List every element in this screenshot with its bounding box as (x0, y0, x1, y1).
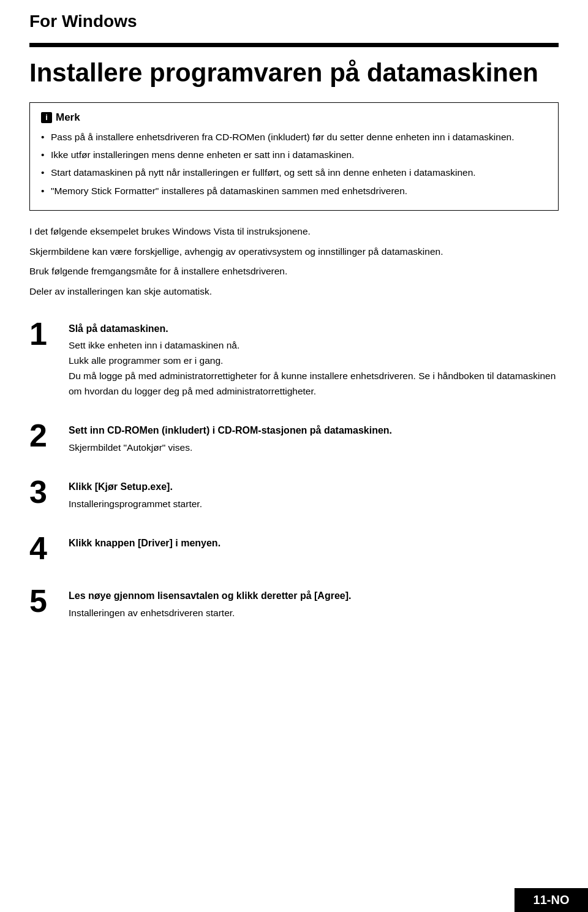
steps-section: 1 Slå på datamaskinen. Sett ikke enheten… (29, 317, 559, 620)
note-item-1: Pass på å installere enhetsdriveren fra … (41, 130, 547, 144)
step-4-number: 4 (29, 531, 69, 564)
step-2-content: Sett inn CD-ROMen (inkludert) i CD-ROM-s… (69, 418, 559, 455)
step-1: 1 Slå på datamaskinen. Sett ikke enheten… (29, 317, 559, 399)
step-5-content: Les nøye gjennom lisensavtalen og klikk … (69, 584, 559, 620)
step-1-content: Slå på datamaskinen. Sett ikke enheten i… (69, 317, 559, 399)
step-5-main-text: Les nøye gjennom lisensavtalen og klikk … (69, 589, 559, 603)
step-1-main-text: Slå på datamaskinen. (69, 322, 559, 336)
page-title: Installere programvaren på datamaskinen (29, 58, 559, 88)
page-wrapper: For Windows Installere programvaren på d… (0, 0, 588, 912)
step-2: 2 Sett inn CD-ROMen (inkludert) i CD-ROM… (29, 418, 559, 455)
note-icon: i (41, 112, 52, 123)
note-item-4: "Memory Stick Formatter" installeres på … (41, 184, 547, 198)
step-3-content: Klikk [Kjør Setup.exe]. Installeringspro… (69, 475, 559, 511)
step-3: 3 Klikk [Kjør Setup.exe]. Installeringsp… (29, 475, 559, 511)
step-3-sub-text: Installeringsprogrammet starter. (69, 497, 559, 512)
body-paragraph-1: I det følgende eksempelet brukes Windows… (29, 224, 559, 239)
for-windows-title: For Windows (29, 11, 559, 32)
step-5-number: 5 (29, 584, 69, 617)
note-header-label: Merk (56, 111, 80, 124)
step-3-number: 3 (29, 475, 69, 508)
note-header: i Merk (41, 111, 547, 124)
body-paragraph-3: Bruk følgende fremgangsmåte for å instal… (29, 264, 559, 279)
step-4: 4 Klikk knappen [Driver] i menyen. (29, 531, 559, 564)
body-paragraph-2: Skjermbildene kan være forskjellige, avh… (29, 244, 559, 260)
step-2-sub-text: Skjermbildet "Autokjør" vises. (69, 440, 559, 456)
step-1-number: 1 (29, 317, 69, 350)
step-1-sub-text: Sett ikke enheten inn i datamaskinen nå.… (69, 338, 559, 399)
note-item-2: Ikke utfør installeringen mens denne enh… (41, 148, 547, 162)
step-4-content: Klikk knappen [Driver] i menyen. (69, 531, 559, 552)
step-3-main-text: Klikk [Kjør Setup.exe]. (69, 480, 559, 494)
step-2-main-text: Sett inn CD-ROMen (inkludert) i CD-ROM-s… (69, 423, 559, 437)
body-paragraph-4: Deler av installeringen kan skje automat… (29, 284, 559, 300)
step-4-main-text: Klikk knappen [Driver] i menyen. (69, 536, 559, 550)
body-section: I det følgende eksempelet brukes Windows… (29, 224, 559, 300)
divider-bar (29, 43, 559, 47)
note-item-3: Start datamaskinen på nytt når installer… (41, 165, 547, 179)
note-box: i Merk Pass på å installere enhetsdriver… (29, 102, 559, 211)
step-2-number: 2 (29, 418, 69, 451)
top-section: For Windows (29, 0, 559, 37)
step-5-sub-text: Installeringen av enhetsdriveren starter… (69, 606, 559, 621)
note-list: Pass på å installere enhetsdriveren fra … (41, 130, 547, 198)
page-number: 11-NO (514, 888, 588, 912)
step-5: 5 Les nøye gjennom lisensavtalen og klik… (29, 584, 559, 620)
